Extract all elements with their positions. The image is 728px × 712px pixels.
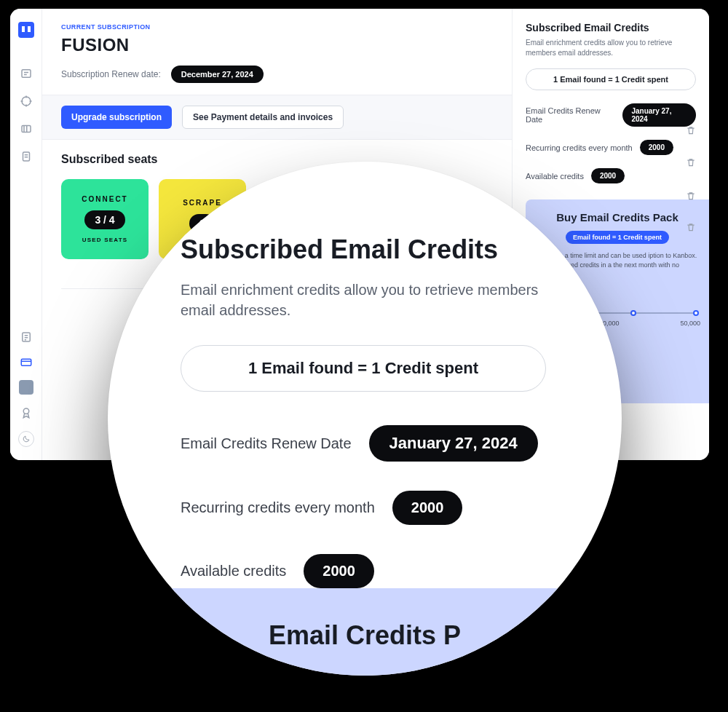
credits-recurring-pill: 2000 xyxy=(640,140,673,155)
svg-rect-0 xyxy=(22,70,31,78)
renew-label: Subscription Renew date: xyxy=(61,69,161,79)
zoom-recurring-row: Recurring credits every month 2000 xyxy=(181,491,563,525)
subscription-header: CURRENT SUBSCRIPTION FUSION Subscription… xyxy=(42,9,512,95)
credits-subtitle: Email enrichment credits allow you to re… xyxy=(526,38,696,58)
credits-renew-label: Email Credits Renew Date xyxy=(526,106,615,124)
buy-pack-title: Buy Email Credits Pack xyxy=(534,211,700,224)
theme-toggle-icon[interactable] xyxy=(18,431,34,447)
plan-name: FUSION xyxy=(61,35,493,55)
actions-row: Upgrade subscription See Payment details… xyxy=(42,95,512,140)
svg-point-3 xyxy=(22,97,31,106)
nav-award-icon[interactable] xyxy=(20,406,33,419)
zoom-renew-row: Email Credits Renew Date January 27, 202… xyxy=(181,425,563,462)
zoom-available-label: Available credits xyxy=(181,563,286,580)
buy-pack-pill: Email found = 1 Credit spent xyxy=(566,231,669,244)
subscription-eyebrow: CURRENT SUBSCRIPTION xyxy=(61,23,493,31)
zoom-subtitle: Email enrichment credits allow you to re… xyxy=(181,280,545,320)
app-logo-icon[interactable] xyxy=(18,22,34,38)
seat-card-sub: USED SEATS xyxy=(82,237,128,243)
renew-date-pill: December 27, 2024 xyxy=(171,66,264,83)
nav-billing-icon[interactable] xyxy=(20,355,33,368)
trash-icon[interactable] xyxy=(686,191,696,201)
seats-title: Subscribed seats xyxy=(61,153,493,166)
svg-point-20 xyxy=(23,408,29,414)
seat-card-ratio: 3 / 4 xyxy=(84,210,124,229)
svg-rect-18 xyxy=(21,359,31,365)
zoom-circle: Email Credits P Subscribed Email Credits… xyxy=(108,162,622,676)
credits-title: Subscribed Email Credits xyxy=(526,22,696,33)
credits-renew-date-pill: January 27, 2024 xyxy=(622,103,696,127)
trash-icon[interactable] xyxy=(686,222,696,232)
payment-details-button[interactable]: See Payment details and invoices xyxy=(182,106,344,129)
nav-home-icon[interactable] xyxy=(20,67,33,80)
trash-icon[interactable] xyxy=(686,125,696,135)
zoom-recurring-label: Recurring credits every month xyxy=(181,499,375,516)
upgrade-subscription-button[interactable]: Upgrade subscription xyxy=(61,106,172,129)
seat-card-title: CONNECT xyxy=(82,195,127,203)
nav-board-icon[interactable] xyxy=(20,122,33,135)
seat-card-title: SCRAPE xyxy=(183,199,222,207)
zoom-renew-date-pill: January 27, 2024 xyxy=(369,425,538,462)
sidebar xyxy=(10,9,42,460)
zoom-title: Subscribed Email Credits xyxy=(181,234,563,265)
slider-tick-label: 50,000 xyxy=(680,320,700,327)
nav-list-icon[interactable] xyxy=(20,331,33,344)
user-avatar[interactable] xyxy=(19,380,33,395)
nav-doc-icon[interactable] xyxy=(20,150,33,163)
zoom-equation-badge: 1 Email found = 1 Credit spent xyxy=(181,345,546,392)
credits-available-pill: 2000 xyxy=(591,168,625,183)
nav-target-icon[interactable] xyxy=(20,95,33,108)
zoom-available-row: Available credits 2000 xyxy=(181,554,563,588)
zoom-available-pill: 2000 xyxy=(304,554,374,588)
trash-icon[interactable] xyxy=(686,157,696,167)
seat-card-connect[interactable]: CONNECT 3 / 4 USED SEATS xyxy=(61,179,149,259)
zoom-recurring-pill: 2000 xyxy=(392,491,463,525)
credits-equation-badge: 1 Email found = 1 Credit spent xyxy=(526,68,696,90)
credits-recurring-label: Recurring credits every month xyxy=(526,143,633,152)
zoom-renew-label: Email Credits Renew Date xyxy=(181,435,352,452)
credits-available-label: Available credits xyxy=(526,172,584,181)
